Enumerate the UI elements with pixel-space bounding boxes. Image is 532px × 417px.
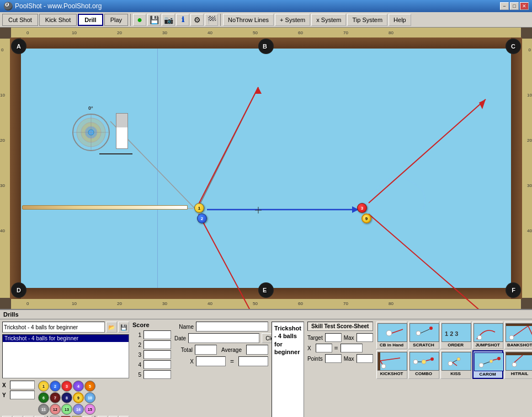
ball-13-select[interactable]: 13 <box>61 404 72 415</box>
ball-14-select[interactable]: 14 <box>73 404 84 415</box>
ball-10-select[interactable]: 10 <box>84 392 95 403</box>
play-button[interactable]: Play <box>104 14 128 26</box>
kick-shot-button[interactable]: Kick Shot <box>39 14 77 26</box>
no-throw-button[interactable]: NoThrow Lines <box>223 14 274 26</box>
shot-types-row-1: CB in Hand SCRATCH 1 2 3 ORDER <box>376 322 532 349</box>
svg-point-51 <box>457 357 460 361</box>
eq-result-input[interactable] <box>238 356 268 366</box>
ball-2[interactable]: 2 <box>197 213 207 223</box>
green-circle-button[interactable]: ● <box>133 14 146 26</box>
order-button[interactable]: 1 2 3 ORDER <box>440 322 471 349</box>
bankshot-button[interactable]: BANKSHOT <box>504 322 532 349</box>
y-input[interactable] <box>10 391 35 399</box>
minimize-button[interactable]: − <box>500 2 509 10</box>
average-label: Average <box>221 347 242 353</box>
cut-shot-button[interactable]: Cut Shot <box>2 14 38 26</box>
score-val-5[interactable] <box>143 370 171 379</box>
drill-list-box[interactable]: Trickshot - 4 balls for beginner <box>2 334 129 378</box>
x-mult-input[interactable] <box>316 344 332 352</box>
combo-label: COMBO <box>409 371 438 376</box>
score-num-3: 3 <box>132 352 141 358</box>
name-input[interactable] <box>196 322 268 332</box>
kickshot-button[interactable]: KICKSHOT <box>376 350 407 379</box>
ball-1[interactable]: 1 <box>194 203 204 213</box>
drill-item[interactable]: Trickshot - 4 balls for beginner <box>3 335 129 342</box>
x-input[interactable] <box>10 381 35 389</box>
ball-8-select[interactable]: 8 <box>61 392 72 403</box>
ball-11-select[interactable]: 11 <box>38 404 49 415</box>
ball-5-select[interactable]: 5 <box>84 381 95 392</box>
points-input[interactable] <box>325 354 342 363</box>
pocket-c-label: C <box>511 43 515 50</box>
score-val-3[interactable] <box>143 350 171 359</box>
info-button[interactable]: ℹ <box>176 14 189 26</box>
app-title: PoolShot - www.PoolShot.org <box>15 2 102 10</box>
combo-button[interactable]: COMBO <box>408 350 439 379</box>
y-label: Y <box>2 392 9 398</box>
order-label: ORDER <box>441 343 470 348</box>
combo-thumb <box>409 352 439 371</box>
drill-name-input[interactable] <box>2 322 105 333</box>
ball-row-1: X Y 1 2 3 4 5 <box>2 381 129 415</box>
gear-button[interactable]: ⚙ <box>190 14 204 26</box>
x-system-button[interactable]: x System <box>311 14 346 26</box>
help-button[interactable]: Help <box>389 14 411 26</box>
cb-in-hand-button[interactable]: CB in Hand <box>376 322 407 349</box>
score-num-2: 2 <box>132 342 141 348</box>
window-controls: − □ ✕ <box>500 2 529 10</box>
score-val-2[interactable] <box>143 340 171 349</box>
jumpshot-button[interactable]: JUMPSHOT <box>472 322 503 349</box>
max-label-1: Max <box>344 335 354 341</box>
pocket-b-label: B <box>263 43 267 50</box>
ball-2-select[interactable]: 2 <box>50 381 61 392</box>
ball-9[interactable]: 9 <box>361 213 371 223</box>
ruler-left: 0 10 20 30 40 <box>0 39 11 298</box>
close-button[interactable]: ✕ <box>520 2 529 10</box>
score-val-4[interactable] <box>143 360 171 369</box>
ball-12-select[interactable]: 12 <box>50 404 61 415</box>
table-felt[interactable] <box>21 49 511 288</box>
kiss-button[interactable]: KISS <box>440 350 471 379</box>
total-row: Total Average <box>174 345 268 355</box>
angle-bar <box>116 113 128 149</box>
folder-open-button[interactable]: 📂 <box>106 322 117 333</box>
jumpshot-thumb <box>474 323 503 342</box>
kickshot-thumb <box>377 352 407 371</box>
total-input[interactable] <box>195 345 217 355</box>
ball-1-select[interactable]: 1 <box>38 381 49 392</box>
points-max-input[interactable] <box>357 354 373 363</box>
date-input[interactable] <box>188 333 259 343</box>
x-eq-input[interactable] <box>196 356 226 366</box>
ball-6-select[interactable]: 6 <box>38 392 49 403</box>
drill-button[interactable]: Drill <box>78 14 103 26</box>
plus-system-button[interactable]: + System <box>275 14 310 26</box>
skill-points-row: Points Max <box>307 354 373 363</box>
hitrail-button[interactable]: HITRAIL <box>504 350 532 379</box>
ball-4-select[interactable]: 4 <box>73 381 84 392</box>
ball-9-select[interactable]: 9 <box>73 392 84 403</box>
score-val-1[interactable] <box>143 330 171 339</box>
ball-7-select[interactable]: 7 <box>50 392 61 403</box>
ball-3[interactable]: 3 <box>357 203 367 213</box>
maximize-button[interactable]: □ <box>510 2 519 10</box>
save-button[interactable]: 💾 <box>147 14 161 26</box>
skill-test-title: Skill Test Score-Sheet <box>307 322 373 331</box>
target-input[interactable] <box>325 333 342 342</box>
target-max-input[interactable] <box>357 333 373 342</box>
save-drill-button[interactable]: 💾 <box>118 322 129 333</box>
bankshot-label: BANKSHOT <box>506 343 532 348</box>
pool-table-area[interactable]: 0 10 20 30 40 50 60 70 80 0 10 20 30 40 … <box>0 28 532 309</box>
flag-button[interactable]: 🏁 <box>205 14 218 26</box>
ball-15-select[interactable]: 15 <box>84 404 95 415</box>
tip-system-button[interactable]: Tip System <box>347 14 387 26</box>
ball-3-select[interactable]: 3 <box>61 381 72 392</box>
camera-button[interactable]: 📷 <box>162 14 175 26</box>
average-input[interactable] <box>246 345 268 355</box>
hitrail-label: HITRAIL <box>506 371 532 376</box>
x-result-input[interactable] <box>341 344 363 352</box>
scratch-button[interactable]: SCRATCH <box>408 322 439 349</box>
pocket-a-label: A <box>17 43 21 50</box>
carom-button[interactable]: CAROM <box>472 350 503 379</box>
name-row: Name <box>174 322 268 332</box>
x-label: X <box>2 382 9 388</box>
